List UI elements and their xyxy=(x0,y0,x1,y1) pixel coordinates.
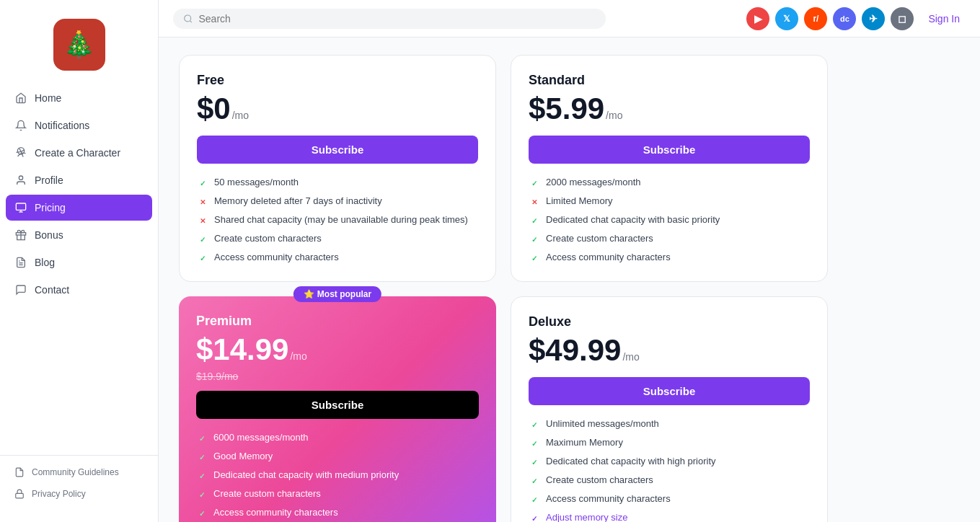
svg-line-10 xyxy=(190,20,191,22)
list-item: ✓ Adjust memory size xyxy=(529,512,810,522)
plan-deluxe-features: ✓ Unlimited messages/month ✓ Maximum Mem… xyxy=(529,418,810,522)
plan-standard-features: ✓ 2000 messages/month ✕ Limited Memory ✓… xyxy=(529,177,810,264)
monitor-icon[interactable]: ◻ xyxy=(891,7,914,30)
mask-icon xyxy=(14,146,27,159)
plan-premium-features: ✓ 6000 messages/month ✓ Good Memory ✓ De… xyxy=(196,432,479,519)
svg-rect-2 xyxy=(16,203,25,210)
sidebar-item-blog-label: Blog xyxy=(35,257,55,268)
plan-card-deluxe: Deluxe $49.99 /mo Subscribe ✓ Unlimited … xyxy=(511,296,828,522)
sidebar-item-pricing-label: Pricing xyxy=(35,202,66,213)
check-icon: ✓ xyxy=(529,438,540,449)
check-icon: ✓ xyxy=(196,470,208,482)
list-item: ✓ Access community characters xyxy=(196,507,479,519)
sidebar-item-create-character-label: Create a Character xyxy=(35,147,120,159)
app-logo[interactable]: 🎄 xyxy=(53,19,105,71)
plan-free-amount: $0 xyxy=(197,94,231,124)
sidebar-item-profile[interactable]: Profile xyxy=(6,167,152,193)
check-icon: ✓ xyxy=(529,419,540,430)
plan-card-premium: ⭐ Most popular Premium $14.99 /mo $19.9/… xyxy=(179,296,496,522)
plan-premium-period: /mo xyxy=(290,350,306,362)
twitter-icon[interactable]: 𝕏 xyxy=(775,7,798,30)
plan-standard-subscribe-btn[interactable]: Subscribe xyxy=(529,136,810,164)
sidebar-item-privacy-policy[interactable]: Privacy Policy xyxy=(12,483,146,505)
user-icon xyxy=(14,174,27,187)
cross-icon: ✕ xyxy=(197,215,208,226)
sidebar-item-community-guidelines[interactable]: Community Guidelines xyxy=(12,461,146,483)
check-icon: ✓ xyxy=(529,513,540,522)
sidebar-bottom: Community Guidelines Privacy Policy xyxy=(0,455,158,510)
discord-icon[interactable]: dc xyxy=(833,7,856,30)
plan-standard-name: Standard xyxy=(529,73,810,88)
check-icon: ✓ xyxy=(196,508,208,519)
sidebar-item-notifications[interactable]: Notifications xyxy=(6,112,152,138)
star-icon: ⭐ xyxy=(304,289,314,299)
search-input[interactable] xyxy=(198,13,596,25)
community-guidelines-label: Community Guidelines xyxy=(32,467,119,477)
plan-premium-price: $14.99 /mo xyxy=(196,335,479,365)
plan-free-name: Free xyxy=(197,73,478,88)
plan-free-period: /mo xyxy=(232,110,249,121)
cross-icon: ✕ xyxy=(197,196,208,208)
check-icon: ✓ xyxy=(196,433,208,444)
check-icon: ✓ xyxy=(529,456,540,468)
svg-point-1 xyxy=(19,176,22,180)
sidebar-item-blog[interactable]: Blog xyxy=(6,249,152,275)
telegram-icon[interactable]: ✈ xyxy=(862,7,885,30)
reddit-icon[interactable]: r/ xyxy=(804,7,827,30)
sidebar-item-profile-label: Profile xyxy=(35,174,63,186)
check-icon: ✓ xyxy=(529,494,540,505)
sidebar-logo: 🎄 xyxy=(0,12,158,85)
home-icon xyxy=(14,92,27,105)
most-popular-badge: ⭐ Most popular xyxy=(293,286,381,302)
check-icon: ✓ xyxy=(196,489,208,500)
sidebar-item-notifications-label: Notifications xyxy=(35,120,89,131)
list-item: ✓ Unlimited messages/month xyxy=(529,418,810,430)
youtube-icon[interactable]: ▶ xyxy=(746,7,769,30)
plan-standard-amount: $5.99 xyxy=(529,94,604,124)
sidebar-item-create-character[interactable]: Create a Character xyxy=(6,140,152,166)
check-icon: ✓ xyxy=(529,475,540,487)
check-icon: ✓ xyxy=(197,252,208,264)
list-item: ✓ Access community characters xyxy=(529,252,810,264)
svg-point-9 xyxy=(185,14,191,21)
search-bar[interactable] xyxy=(173,9,606,29)
sidebar-item-bonus[interactable]: Bonus xyxy=(6,222,152,248)
check-icon: ✓ xyxy=(529,177,540,189)
search-icon xyxy=(183,14,193,24)
check-icon: ✓ xyxy=(529,252,540,264)
plan-deluxe-price: $49.99 /mo xyxy=(529,335,810,366)
privacy-policy-label: Privacy Policy xyxy=(32,489,86,499)
list-item: ✓ 50 messages/month xyxy=(197,177,478,189)
plan-free-features: ✓ 50 messages/month ✕ Memory deleted aft… xyxy=(197,177,478,264)
header: ▶ 𝕏 r/ dc ✈ ◻ Sign In xyxy=(159,0,980,37)
list-item: ✓ Dedicated chat capacity with basic pri… xyxy=(529,214,810,226)
list-item: ✓ Create custom characters xyxy=(529,233,810,245)
list-item: ✓ Access community characters xyxy=(197,252,478,264)
sidebar-item-home[interactable]: Home xyxy=(6,85,152,111)
plan-deluxe-subscribe-btn[interactable]: Subscribe xyxy=(529,377,810,405)
sidebar-item-home-label: Home xyxy=(35,92,61,104)
bell-icon xyxy=(14,119,27,132)
chat-icon xyxy=(14,283,27,296)
plan-free-price: $0 /mo xyxy=(197,94,478,124)
sidebar-item-contact[interactable]: Contact xyxy=(6,277,152,303)
list-item: ✓ Create custom characters xyxy=(197,233,478,245)
list-item: ✓ 6000 messages/month xyxy=(196,432,479,444)
header-social-icons: ▶ 𝕏 r/ dc ✈ ◻ xyxy=(746,7,914,30)
plan-free-subscribe-btn[interactable]: Subscribe xyxy=(197,136,478,164)
sidebar-item-contact-label: Contact xyxy=(35,284,69,296)
list-item: ✓ Access community characters xyxy=(529,493,810,505)
plan-standard-period: /mo xyxy=(606,110,622,121)
plan-card-free: Free $0 /mo Subscribe ✓ 50 messages/mont… xyxy=(179,55,496,282)
list-item: ✕ Limited Memory xyxy=(529,195,810,208)
pricing-grid: Free $0 /mo Subscribe ✓ 50 messages/mont… xyxy=(179,55,828,522)
cross-icon: ✕ xyxy=(529,196,540,208)
pricing-content: Free $0 /mo Subscribe ✓ 50 messages/mont… xyxy=(159,37,980,522)
sign-in-button[interactable]: Sign In xyxy=(922,10,966,27)
list-item: ✕ Memory deleted after 7 days of inactiv… xyxy=(197,195,478,208)
plan-premium-subscribe-btn[interactable]: Subscribe xyxy=(196,391,479,419)
sidebar-item-pricing[interactable]: Pricing xyxy=(6,195,152,221)
plan-deluxe-amount: $49.99 xyxy=(529,335,621,366)
plan-premium-old-price: $19.9/mo xyxy=(196,371,479,382)
check-icon: ✓ xyxy=(197,234,208,245)
